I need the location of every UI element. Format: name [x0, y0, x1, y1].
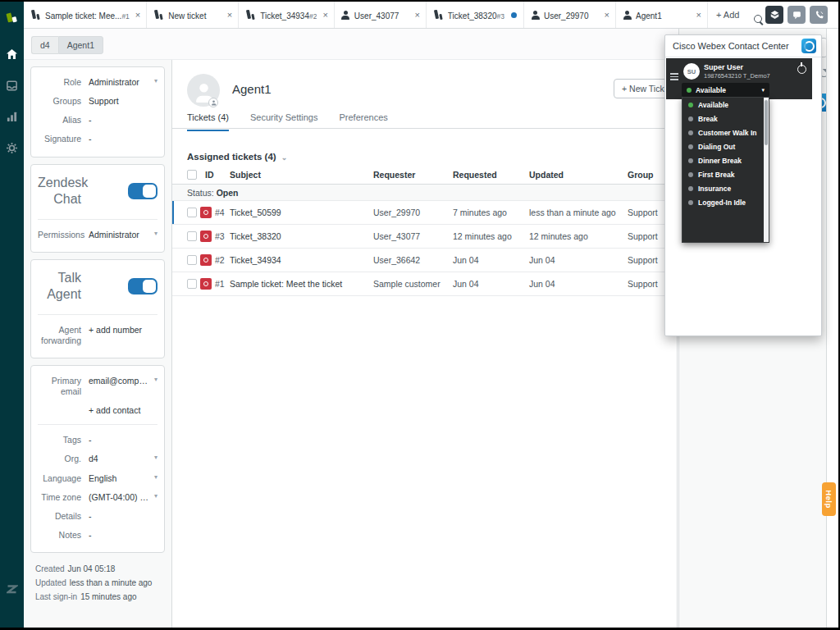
webex-widget-button[interactable] — [765, 6, 783, 24]
breadcrumb: d4 Agent1 — [31, 36, 103, 54]
status-option-available[interactable]: Available — [682, 98, 769, 112]
column-header-requested[interactable]: Requested — [453, 170, 497, 180]
ticket-id: #1 — [215, 279, 225, 289]
timezone-select[interactable]: (GMT-04:00) Eastern Tim... — [89, 492, 152, 503]
breadcrumb-user-chip[interactable]: Agent1 — [58, 36, 103, 54]
zendesk-chat-toggle[interactable] — [128, 183, 158, 199]
org-select[interactable]: d4 — [89, 454, 152, 464]
row-checkbox[interactable] — [187, 231, 197, 241]
column-header-subject[interactable]: Subject — [230, 170, 261, 180]
status-option-label: Available — [698, 101, 728, 109]
alias-value[interactable]: - — [89, 115, 158, 126]
close-icon[interactable]: × — [695, 9, 703, 21]
chevron-down-icon[interactable]: ▾ — [154, 230, 158, 237]
tab-ticket-38320[interactable]: Ticket_38320#3 — [427, 2, 524, 28]
apps-grid-button[interactable] — [837, 6, 838, 24]
add-number-link[interactable]: + add number — [89, 325, 158, 336]
tab-user-43077[interactable]: User_43077 × — [335, 2, 427, 28]
tab-ticket-34934[interactable]: Ticket_34934#2 × — [239, 2, 335, 28]
chevron-down-icon[interactable]: ⌄ — [281, 153, 288, 162]
chevron-down-icon[interactable]: ▾ — [154, 454, 158, 461]
status-option-insurance[interactable]: Insurance — [682, 181, 769, 195]
table-row[interactable]: #1 Sample ticket: Meet the ticket Sample… — [172, 272, 677, 296]
signature-value[interactable]: - — [89, 134, 158, 144]
status-option-dinner-break[interactable]: Dinner Break — [682, 153, 769, 167]
permissions-select[interactable]: Administrator — [89, 230, 152, 240]
primary-email-value[interactable]: email@company.com — [89, 376, 152, 386]
assigned-tickets-header[interactable]: Assigned tickets (4) ⌄ — [187, 152, 287, 162]
primary-email-label: Primary email — [38, 376, 89, 397]
column-header-updated[interactable]: Updated — [529, 170, 564, 180]
open-ticket-status-icon — [200, 207, 212, 218]
status-option-first-break[interactable]: First Break — [682, 167, 769, 181]
language-select[interactable]: English — [89, 473, 152, 484]
ticket-subject[interactable]: Ticket_38320 — [230, 231, 281, 241]
table-row[interactable]: #4 Ticket_50599 User_29970 7 minutes ago… — [172, 201, 677, 225]
tab-title: New ticket — [168, 11, 206, 21]
scrollbar[interactable] — [764, 98, 769, 242]
status-group-row: Status: Open — [172, 185, 677, 201]
add-contact-link[interactable]: + add contact — [89, 405, 158, 416]
status-option-customer-walk-in[interactable]: Customer Walk In — [682, 126, 769, 139]
reporting-nav-button[interactable] — [0, 104, 24, 129]
chat-button[interactable] — [788, 6, 806, 24]
page-title: Agent1 — [232, 82, 272, 96]
column-header-group[interactable]: Group — [628, 170, 654, 180]
status-option-break[interactable]: Break — [682, 112, 769, 126]
groups-value[interactable]: Support — [89, 96, 158, 107]
talk-button[interactable] — [810, 6, 828, 24]
status-option-dialing-out[interactable]: Dialing Out — [682, 139, 769, 153]
help-launcher-tab[interactable]: Help — [822, 482, 836, 516]
chevron-down-icon[interactable]: ▾ — [154, 473, 158, 481]
tab-new-ticket[interactable]: New ticket × — [147, 2, 239, 28]
agent-avatar: SU — [683, 63, 700, 80]
admin-nav-button[interactable] — [0, 135, 24, 160]
views-nav-button[interactable] — [0, 73, 24, 98]
ticket-subject[interactable]: Ticket_34934 — [230, 255, 281, 265]
ticket-subject[interactable]: Ticket_50599 — [230, 208, 281, 217]
table-row[interactable]: #3 Ticket_38320 User_43077 12 minutes ag… — [172, 225, 677, 249]
talk-agent-label: Talk Agent — [38, 270, 89, 303]
chevron-down-icon[interactable]: ▾ — [154, 77, 158, 84]
close-icon[interactable]: × — [134, 9, 142, 21]
column-header-id[interactable]: ID — [205, 170, 214, 180]
ticket-subject[interactable]: Sample ticket: Meet the ticket — [230, 279, 342, 289]
power-sign-out-icon[interactable] — [797, 65, 806, 74]
status-option-label: Dinner Break — [698, 157, 742, 165]
table-row[interactable]: #2 Ticket_34934 User_36642 Jun 04 Jun 04… — [172, 249, 677, 272]
notes-value[interactable]: - — [89, 530, 158, 541]
hamburger-menu-icon[interactable] — [670, 73, 678, 82]
row-checkbox[interactable] — [187, 208, 197, 217]
scrollbar-thumb[interactable] — [765, 100, 768, 145]
tab-user-29970[interactable]: User_29970 × — [524, 2, 616, 28]
close-icon[interactable]: × — [226, 9, 234, 21]
close-icon[interactable]: × — [413, 9, 421, 21]
column-header-requester[interactable]: Requester — [373, 170, 415, 180]
zendesk-product-icon[interactable] — [0, 6, 24, 30]
home-nav-button[interactable] — [0, 42, 24, 66]
add-tab-button[interactable]: + Add — [716, 10, 739, 20]
close-icon[interactable]: × — [603, 9, 611, 21]
details-value[interactable]: - — [89, 511, 158, 522]
chevron-down-icon[interactable]: ▾ — [154, 492, 158, 500]
updated-value: less than a minute ago — [70, 578, 153, 587]
breadcrumb-org-chip[interactable]: d4 — [31, 36, 58, 54]
contact-card: Primary emailemail@company.com▾ + add co… — [30, 365, 165, 553]
ticket-updated: Jun 04 — [529, 279, 555, 289]
close-icon[interactable]: × — [321, 9, 329, 21]
tags-value[interactable]: - — [89, 435, 158, 445]
tab-agent1[interactable]: Agent1 × — [616, 2, 708, 28]
tab-subtitle: #3 — [497, 12, 504, 21]
tab-sample-ticket[interactable]: Sample ticket: Mee...#1 × — [24, 2, 147, 28]
row-checkbox[interactable] — [187, 279, 197, 289]
select-all-checkbox[interactable] — [187, 170, 197, 180]
talk-agent-toggle[interactable] — [128, 278, 158, 294]
status-dot-icon — [688, 158, 693, 163]
tab-title: Ticket_34934 — [260, 11, 309, 21]
agent-status-dropdown[interactable]: Available ▾ — [682, 83, 769, 97]
row-checkbox[interactable] — [187, 255, 197, 265]
chevron-down-icon[interactable]: ▾ — [154, 376, 158, 383]
org-label: Org. — [38, 454, 89, 464]
role-select[interactable]: Administrator — [89, 77, 152, 88]
status-option-logged-in-idle[interactable]: Logged-In Idle — [682, 195, 769, 209]
